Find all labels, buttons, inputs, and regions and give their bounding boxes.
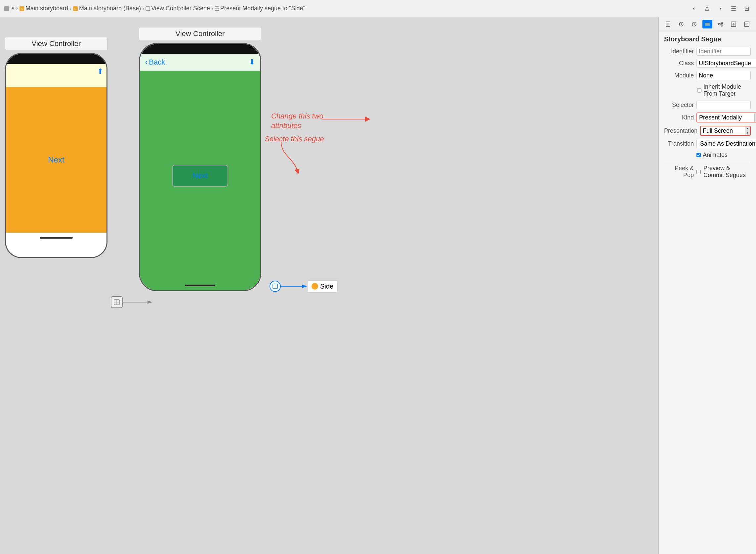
kind-label: Kind (664, 114, 694, 121)
animates-label[interactable]: Animates (703, 152, 728, 159)
inherit-module-label[interactable]: Inherit Module From Target (703, 84, 751, 97)
breadcrumb: s › S Main.storyboard › S Main.storyboar… (4, 5, 305, 12)
annotation-arrow-1 (322, 114, 375, 124)
kind-arrow-up[interactable]: ▲ (755, 113, 756, 117)
preview-label[interactable]: Preview & Commit Segues (703, 165, 751, 179)
svg-rect-24 (705, 23, 710, 23)
selector-row: Selector (664, 101, 751, 109)
connections-btn[interactable] (716, 20, 726, 29)
back-button[interactable]: ‹ (689, 4, 699, 13)
right-panel: ? Storyboard Segue Identifier (658, 17, 756, 554)
side-label: Side (320, 283, 333, 290)
presentation-arrows: ▲ ▼ (745, 126, 750, 135)
module-label: Module (664, 72, 694, 79)
attributes-btn[interactable] (702, 20, 712, 29)
animates-row: Animates (664, 152, 751, 159)
menu-button[interactable]: ☰ (728, 4, 739, 13)
class-label: Class (664, 60, 694, 67)
back-btn: ‹ Back (145, 58, 165, 66)
transition-label: Transition (664, 140, 694, 147)
warning-button[interactable]: ⚠ (702, 4, 712, 13)
panel-content: Storyboard Segue Identifier Class ▲ ▼ (659, 32, 756, 554)
selector-label: Selector (664, 102, 694, 109)
annotation-change-text: Change this two attributes (271, 112, 323, 130)
next-button[interactable]: Next (172, 165, 228, 187)
section-divider (664, 162, 751, 162)
phone-1-orange: Next (6, 87, 107, 233)
segue-connector-2: Side (269, 280, 338, 292)
breadcrumb-item-2[interactable]: S Main.storyboard (Base) (73, 5, 141, 12)
kind-arrow-down[interactable]: ▼ (755, 117, 756, 122)
breadcrumb-item-4[interactable]: Present Modally segue to "Side" (214, 5, 305, 12)
kind-arrows: ▲ ▼ (754, 113, 756, 122)
presentation-row: Presentation Full Screen Automatic Page … (664, 126, 751, 136)
annotation-change: Change this two attributes (271, 112, 323, 130)
side-badge: Side (307, 280, 338, 292)
class-input[interactable] (696, 59, 756, 67)
svg-rect-13 (273, 284, 277, 289)
panel-title: Storyboard Segue (664, 36, 751, 43)
svg-point-29 (721, 25, 722, 26)
selector-input[interactable] (696, 101, 751, 109)
svg-line-31 (720, 24, 721, 25)
svg-rect-5 (146, 7, 150, 11)
svg-marker-12 (147, 300, 152, 304)
svg-point-28 (721, 22, 722, 24)
breadcrumb-sep-3: › (211, 5, 213, 12)
svg-text:S: S (21, 7, 23, 11)
identifier-row: Identifier (664, 47, 751, 56)
history-btn[interactable] (676, 20, 686, 29)
vc1-wrapper: View Controller ⬆ Next (5, 37, 108, 258)
identifier-input[interactable] (696, 47, 751, 56)
share-icon: ⬆ (97, 67, 103, 84)
identifier-label: Identifier (664, 48, 694, 55)
presentation-select-wrapper: Full Screen Automatic Page Sheet Form Sh… (700, 126, 751, 136)
breadcrumb-item-1[interactable]: S Main.storyboard (19, 5, 68, 12)
transition-row: Transition Same As Destination Cover Ver… (664, 139, 751, 148)
annotation-selecte: Selecte this segue (265, 135, 324, 143)
presentation-select[interactable]: Full Screen Automatic Page Sheet Form Sh… (701, 126, 745, 135)
module-select[interactable]: None (697, 71, 750, 80)
inherit-module-row: Inherit Module From Target (664, 84, 751, 97)
vc2-wrapper: View Controller ‹ Back ⬇ Next (139, 27, 261, 291)
phone-2-nav: ‹ Back ⬇ (140, 54, 260, 71)
peek-checkbox[interactable] (696, 170, 701, 174)
kind-select-wrapper: Present Modally Show Show Detail Present… (696, 113, 756, 122)
peek-row: Peek & Pop Preview & Commit Segues (664, 165, 751, 179)
animates-checkbox[interactable] (696, 153, 701, 157)
svg-rect-0 (4, 6, 9, 11)
inherit-module-checkbox[interactable] (697, 88, 701, 93)
help-btn[interactable]: ? (689, 20, 699, 29)
presentation-arrow-up[interactable]: ▲ (745, 126, 750, 131)
breadcrumb-item-0[interactable]: s (4, 5, 14, 12)
segue-connector-1 (111, 296, 152, 308)
panel-button[interactable]: ⊞ (742, 4, 752, 13)
breadcrumb-item-3[interactable]: View Controller Scene (145, 5, 210, 12)
presentation-arrow-down[interactable]: ▼ (745, 131, 750, 135)
presentation-label: Presentation (664, 127, 697, 134)
svg-text:?: ? (693, 23, 695, 26)
nav-right-icon: ⬇ (249, 58, 255, 66)
file-inspector-btn[interactable] (663, 20, 673, 29)
breadcrumb-sep-1: › (69, 5, 71, 12)
svg-point-27 (718, 23, 720, 25)
class-row: Class ▲ ▼ (664, 59, 751, 67)
vc1-label: View Controller (5, 37, 108, 50)
canvas-area[interactable]: View Controller ⬆ Next (0, 17, 658, 554)
kind-select[interactable]: Present Modally Show Show Detail Present… (697, 113, 754, 122)
identity-btn[interactable] (742, 20, 752, 29)
module-row: Module None (664, 71, 751, 80)
svg-text:S: S (74, 7, 76, 11)
vc2-label: View Controller (139, 27, 261, 40)
forward-button[interactable]: › (715, 4, 726, 13)
next-text: Next (48, 155, 64, 164)
transition-select[interactable]: Same As Destination Cover Vertical Flip … (697, 139, 756, 148)
size-btn[interactable] (729, 20, 739, 29)
svg-marker-15 (302, 285, 307, 288)
phone-frame-1: ⬆ Next (5, 53, 108, 258)
svg-rect-26 (705, 25, 710, 25)
toolbar-right: ‹ ⚠ › ☰ ⊞ (689, 4, 752, 13)
peek-label: Peek & Pop (664, 165, 694, 179)
phone-2-content: Next (140, 71, 260, 280)
phone-frame-2: ‹ Back ⬇ Next (139, 43, 261, 291)
